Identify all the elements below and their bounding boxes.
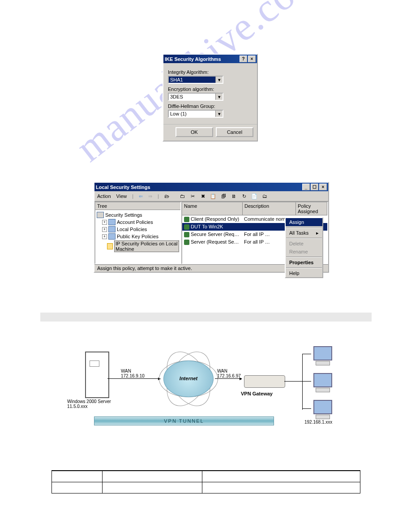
minimize-button[interactable]: _: [302, 184, 310, 190]
policy-icon: [184, 217, 189, 222]
pc-icon: [313, 400, 333, 418]
tree-item[interactable]: +Account Policies: [97, 219, 179, 226]
pc-icon: [313, 346, 333, 364]
tree-label: IP Security Policies on Local Machine: [114, 240, 179, 252]
server-label: Windows 2000 Server 11.5.0.xxx: [67, 399, 111, 409]
menu-item: Delete: [286, 240, 322, 248]
menu-view[interactable]: View: [116, 193, 127, 199]
vpn-tunnel-label: VPN TUNNEL: [94, 416, 274, 425]
cable: [302, 354, 311, 354]
wan-left-label: WAN172.16.9.10: [121, 369, 145, 378]
toolbar-icon[interactable]: 🗐: [219, 192, 228, 200]
toolbar-icon[interactable]: ✂: [188, 192, 197, 200]
arrow-left: [107, 378, 160, 379]
col-desc[interactable]: Description: [243, 202, 296, 215]
lss-title: Local Security Settings: [96, 184, 301, 190]
wan-right-label: WAN172.16.6.97: [217, 369, 241, 378]
expand-icon[interactable]: +: [102, 227, 107, 232]
menubar: Action View | ⇐ ⇒ | 🗁 🗀✂✖📋🗐🗎↻📄🗂: [94, 191, 328, 202]
chevron-down-icon[interactable]: ▾: [215, 77, 223, 83]
col-assigned[interactable]: Policy Assigned: [296, 202, 327, 215]
col-name[interactable]: Name: [182, 202, 243, 215]
menu-item[interactable]: Properties: [286, 258, 322, 266]
tree-label: Local Policies: [117, 227, 147, 232]
maximize-button[interactable]: ☐: [311, 184, 318, 190]
shield-icon: [97, 212, 104, 218]
policy-icon: [184, 224, 189, 230]
dh-combo[interactable]: Low (1) ▾: [168, 110, 223, 118]
settings-table: [51, 470, 360, 493]
cable: [302, 381, 311, 382]
local-security-window: Local Security Settings _ ☐ × Action Vie…: [94, 182, 329, 273]
ike-title: IKE Security Algorithms: [165, 56, 239, 62]
folder-icon: [108, 226, 116, 232]
internet-label: Internet: [164, 376, 213, 381]
ike-titlebar: IKE Security Algorithms ? ×: [163, 55, 257, 63]
forward-button: ⇒: [148, 193, 152, 199]
section-band: [40, 313, 372, 322]
integrity-combo[interactable]: SHA1 ▾: [168, 76, 223, 84]
gateway-label: VPN Gateway: [241, 391, 273, 396]
context-menu: AssignAll Tasks▸DeleteRenamePropertiesHe…: [285, 217, 323, 278]
close-button[interactable]: ×: [248, 56, 256, 62]
toolbar: 🗀✂✖📋🗐🗎↻📄🗂: [178, 192, 269, 200]
tree-root[interactable]: Security Settings: [97, 211, 179, 219]
toolbar-icon[interactable]: 🗂: [261, 192, 269, 200]
tree-label: Public Key Policies: [117, 234, 158, 239]
menu-item[interactable]: All Tasks▸: [286, 229, 322, 237]
tree-pane: Tree Security Settings +Account Policies…: [94, 202, 181, 264]
tree-header: Tree: [95, 202, 180, 210]
toolbar-icon[interactable]: 🗎: [230, 192, 238, 200]
pc-icon: [313, 373, 333, 391]
toolbar-icon[interactable]: 🗀: [178, 192, 187, 200]
cancel-button[interactable]: Cancel: [216, 127, 253, 137]
menu-separator: [286, 238, 322, 239]
expand-icon[interactable]: +: [102, 220, 107, 225]
tree-label: Account Policies: [117, 219, 153, 225]
vpn-diagram: Windows 2000 Server 11.5.0.xxx WAN172.16…: [67, 352, 349, 432]
bus: [302, 354, 303, 410]
menu-separator: [286, 227, 322, 228]
toolbar-icon[interactable]: ✖: [199, 192, 207, 200]
expand-icon[interactable]: +: [102, 234, 107, 239]
menu-item: Rename: [286, 248, 322, 256]
toolbar-icon[interactable]: 📄: [250, 192, 259, 200]
menu-action[interactable]: Action: [97, 193, 111, 199]
encryption-label: Encryption algorithm:: [168, 86, 253, 92]
arrow-right: [215, 378, 242, 379]
tree-item[interactable]: +Local Policies: [97, 226, 179, 233]
help-button[interactable]: ?: [240, 56, 247, 62]
menu-item[interactable]: Help: [286, 269, 322, 277]
router-icon: [244, 375, 285, 388]
server-icon: [85, 352, 109, 398]
menu-item[interactable]: Assign: [286, 218, 322, 226]
internet-globe-icon: Internet: [163, 360, 214, 397]
dh-label: Diffie-Hellman Group:: [168, 103, 253, 109]
back-button[interactable]: ⇐: [139, 193, 143, 199]
policy-icon: [184, 232, 189, 237]
folder-icon: [108, 233, 116, 240]
folder-icon: [107, 243, 113, 249]
tree-item[interactable]: +Public Key Policies: [97, 233, 179, 240]
up-button[interactable]: 🗁: [164, 193, 169, 199]
chevron-down-icon[interactable]: ▾: [215, 94, 223, 100]
policy-icon: [184, 240, 189, 245]
integrity-label: Integrity Algorithm:: [168, 69, 253, 75]
dh-value: Low (1): [169, 111, 215, 117]
encryption-combo[interactable]: 3DES ▾: [168, 93, 223, 101]
menu-separator: [286, 257, 322, 257]
toolbar-icon[interactable]: 📋: [209, 192, 218, 200]
toolbar-icon[interactable]: ↻: [240, 192, 248, 200]
ike-dialog: IKE Security Algorithms ? × Integrity Al…: [163, 54, 258, 142]
list-header: Name Description Policy Assigned: [182, 202, 327, 215]
encryption-value: 3DES: [169, 94, 215, 100]
tree-item[interactable]: IP Security Policies on Local Machine: [97, 240, 179, 253]
menu-separator: [286, 267, 322, 268]
chevron-down-icon[interactable]: ▾: [215, 111, 223, 117]
close-button[interactable]: ×: [319, 184, 327, 190]
lss-titlebar: Local Security Settings _ ☐ ×: [94, 183, 328, 191]
submenu-arrow-icon: ▸: [316, 230, 319, 236]
folder-icon: [108, 219, 116, 225]
ok-button[interactable]: OK: [176, 127, 213, 137]
list-pane: Name Description Policy Assigned Client …: [181, 202, 328, 264]
